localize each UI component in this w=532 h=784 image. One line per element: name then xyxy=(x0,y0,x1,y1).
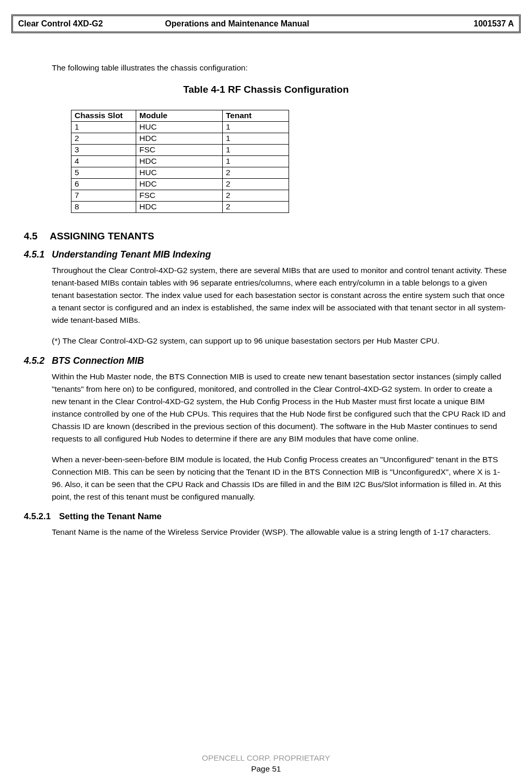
table-row: 3 FSC 1 xyxy=(71,145,289,156)
heading-4-5: 4.5ASSIGNING TENANTS xyxy=(24,231,521,242)
col-header-slot: Chassis Slot xyxy=(71,110,136,122)
cell-slot: 4 xyxy=(71,156,136,167)
col-header-module: Module xyxy=(136,110,223,122)
paragraph: Tenant Name is the name of the Wireless … xyxy=(52,526,508,538)
heading-text: ASSIGNING TENANTS xyxy=(50,231,154,241)
table-header-row: Chassis Slot Module Tenant xyxy=(71,110,289,122)
intro-paragraph: The following table illustrates the chas… xyxy=(52,63,521,73)
page-header: Clear Control 4XD-G2 Operations and Main… xyxy=(11,15,521,33)
cell-module: HDC xyxy=(136,156,223,167)
paragraph: (*) The Clear Control-4XD-G2 system, can… xyxy=(52,335,508,347)
heading-number: 4.5.2.1 xyxy=(24,511,59,522)
page-footer: OPENCELL CORP. PROPRIETARY Page 51 xyxy=(0,753,532,775)
table-caption: Table 4-1 RF Chassis Configuration xyxy=(11,84,521,95)
table-row: 2 HDC 1 xyxy=(71,133,289,145)
heading-text: BTS Connection MIB xyxy=(52,355,144,366)
footer-page-number: Page 51 xyxy=(0,764,532,775)
cell-slot: 5 xyxy=(71,167,136,179)
table-row: 1 HUC 1 xyxy=(71,122,289,133)
paragraph: Throughout the Clear Control-4XD-G2 syst… xyxy=(52,264,508,326)
heading-4-5-2-1: 4.5.2.1Setting the Tenant Name xyxy=(24,511,521,522)
cell-tenant: 2 xyxy=(223,190,289,202)
cell-tenant: 1 xyxy=(223,122,289,133)
table-body: 1 HUC 1 2 HDC 1 3 FSC 1 4 HDC 1 5 HUC xyxy=(71,122,289,213)
col-header-tenant: Tenant xyxy=(223,110,289,122)
cell-tenant: 2 xyxy=(223,202,289,213)
cell-slot: 6 xyxy=(71,179,136,190)
heading-number: 4.5.2 xyxy=(24,355,52,366)
cell-slot: 3 xyxy=(71,145,136,156)
table-row: 7 FSC 2 xyxy=(71,190,289,202)
heading-4-5-2: 4.5.2BTS Connection MIB xyxy=(24,355,521,366)
cell-tenant: 2 xyxy=(223,179,289,190)
header-left: Clear Control 4XD-G2 xyxy=(18,19,103,28)
chassis-config-table: Chassis Slot Module Tenant 1 HUC 1 2 HDC… xyxy=(71,110,289,213)
cell-module: FSC xyxy=(136,190,223,202)
cell-module: HUC xyxy=(136,167,223,179)
cell-slot: 7 xyxy=(71,190,136,202)
page: Clear Control 4XD-G2 Operations and Main… xyxy=(0,0,532,784)
cell-slot: 1 xyxy=(71,122,136,133)
cell-tenant: 1 xyxy=(223,133,289,145)
table-row: 5 HUC 2 xyxy=(71,167,289,179)
cell-tenant: 1 xyxy=(223,145,289,156)
paragraph: Within the Hub Master node, the BTS Conn… xyxy=(52,370,508,445)
heading-number: 4.5 xyxy=(24,231,50,242)
cell-module: HDC xyxy=(136,133,223,145)
heading-4-5-1: 4.5.1Understanding Tenant MIB Indexing xyxy=(24,249,521,260)
heading-number: 4.5.1 xyxy=(24,249,52,260)
header-right: 1001537 A xyxy=(473,19,514,28)
header-center: Operations and Maintenance Manual xyxy=(103,19,474,28)
heading-text: Understanding Tenant MIB Indexing xyxy=(52,249,211,260)
cell-tenant: 2 xyxy=(223,167,289,179)
heading-text: Setting the Tenant Name xyxy=(59,511,162,521)
cell-tenant: 1 xyxy=(223,156,289,167)
cell-slot: 2 xyxy=(71,133,136,145)
cell-module: HDC xyxy=(136,179,223,190)
cell-module: HUC xyxy=(136,122,223,133)
paragraph: When a never-been-seen-before BIM module… xyxy=(52,453,508,503)
table-row: 6 HDC 2 xyxy=(71,179,289,190)
cell-module: HDC xyxy=(136,202,223,213)
cell-module: FSC xyxy=(136,145,223,156)
cell-slot: 8 xyxy=(71,202,136,213)
table-row: 4 HDC 1 xyxy=(71,156,289,167)
footer-proprietary: OPENCELL CORP. PROPRIETARY xyxy=(0,753,532,764)
table-row: 8 HDC 2 xyxy=(71,202,289,213)
